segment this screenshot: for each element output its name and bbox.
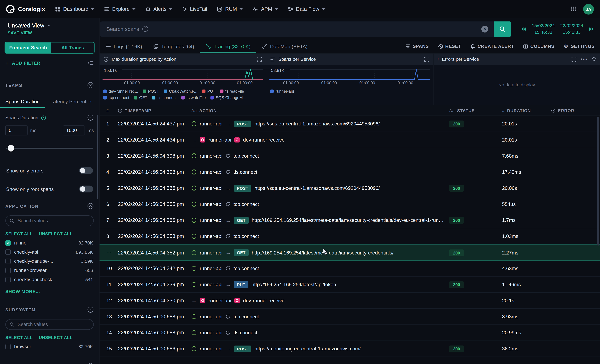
col-error[interactable]: ERROR [551,108,600,113]
checkbox[interactable] [5,277,11,282]
application-section-header[interactable]: APPLICATION [0,198,99,214]
table-row[interactable]: 722/02/2024 14:56:04.355 pmrunner-api→GE… [100,212,600,228]
col-status[interactable]: Aa STATUS [446,108,500,113]
filter-value-row[interactable]: runner-browser606 [0,266,99,275]
duration-slider[interactable] [6,145,93,151]
filter-value-row[interactable]: checkly-api-check541 [0,275,99,284]
table-row[interactable]: 1322/02/2024 14:56:00.688 pmrunner-apitc… [100,309,600,325]
chart-header[interactable]: Max duration grouped by Action [100,54,266,65]
teams-section-header[interactable]: TEAMS [0,77,99,93]
table-row[interactable]: 1122/02/2024 14:56:04.339 pmrunner-api→P… [100,277,600,293]
view-name-menu[interactable]: Unsaved View [8,22,91,29]
nav-alerts[interactable]: Alerts [145,6,172,12]
checkbox[interactable] [5,268,11,273]
show-only-root-spans-toggle[interactable] [79,186,93,192]
legend-item[interactable]: PUT [202,89,215,93]
service-section-header[interactable]: SERVICE [0,358,99,364]
legend-item[interactable]: SQS.ChangeM... [210,95,246,100]
tab-templates[interactable]: Templates (64) [148,39,200,53]
table-row[interactable]: 1422/02/2024 14:56:00.688 pmrunner-apitl… [100,325,600,341]
chevron-up-circle-icon[interactable] [87,307,94,313]
chevron-up-circle-icon[interactable] [87,363,94,364]
save-view-link[interactable]: SAVE VIEW [8,31,91,35]
chevron-up-circle-icon[interactable] [87,114,94,121]
legend-item[interactable]: POST [143,89,159,93]
select-all-link[interactable]: SELECT ALL [5,232,33,236]
focus-icon[interactable] [572,56,577,62]
rewind-icon[interactable] [520,27,526,31]
nav-dashboard[interactable]: Dashboard [55,6,94,12]
table-row[interactable]: 1222/02/2024 14:56:04.330 pm→runner-apid… [100,293,600,309]
table-row[interactable]: 322/02/2024 14:56:04.398 pmrunner-apitcp… [100,148,600,164]
col-duration[interactable]: # DURATION [500,108,551,113]
chevron-down-circle-icon[interactable] [87,82,94,88]
spans-search-input[interactable] [106,26,478,32]
reset-button[interactable]: RESET [438,44,461,49]
table-row[interactable]: 122/02/2024 14:56:24.437 pmrunner-api→PO… [100,116,600,132]
min-duration-input[interactable] [5,125,28,135]
collapse-charts-icon[interactable] [591,56,596,62]
legend-item[interactable]: tls.connect [152,95,177,100]
spans-search-field[interactable]: ? ✕ [100,21,494,37]
table-row[interactable]: 222/02/2024 14:56:24.434 pm→runner-apide… [100,132,600,148]
application-search[interactable] [5,215,94,226]
unselect-all-link[interactable]: UNSELECT ALL [39,335,73,340]
create-alert-button[interactable]: CREATE ALERT [470,44,514,49]
focus-icon[interactable] [257,56,262,62]
checkbox[interactable] [5,250,11,255]
row-actions-menu[interactable]: ⋯ [100,250,118,255]
checkbox[interactable] [5,344,11,349]
select-all-link[interactable]: SELECT ALL [5,335,33,340]
chart-header[interactable]: Spans per Service [266,54,433,65]
legend-item[interactable]: runner-api [270,89,294,93]
legend-item[interactable]: dev-runner rec... [103,89,138,93]
unselect-all-link[interactable]: UNSELECT ALL [39,232,73,236]
focus-icon[interactable] [424,56,429,62]
show-only-errors-toggle[interactable] [79,167,93,174]
clear-search-icon[interactable]: ✕ [481,26,488,32]
nav-livetail[interactable]: LiveTail [182,6,207,12]
spans-duration-header[interactable]: Spans Duration [0,108,99,124]
filter-value-row[interactable]: checkly-danube-...3.59K [0,257,99,266]
columns-button[interactable]: COLUMNS [523,44,554,49]
nav-apm[interactable]: APM [253,6,278,12]
legend-item[interactable]: CloudWatch.P... [164,89,197,93]
tab-spans-duration[interactable]: Spans Duration [0,95,45,108]
col-timestamp[interactable]: TIMESTAMP [118,108,191,113]
search-button[interactable] [494,21,511,37]
legend-item[interactable]: fs writeFile [181,95,206,100]
filter-value-row[interactable]: runner82.70K [0,238,99,248]
max-duration-input[interactable] [63,125,85,135]
table-row[interactable]: 422/02/2024 14:56:04.398 pmrunner-apitls… [100,164,600,180]
apps-grid-icon[interactable] [571,6,576,12]
sidebar-scrollbar[interactable] [97,115,98,199]
col-number[interactable]: # [100,108,118,113]
table-row[interactable]: ⋯22/02/2024 14:56:04.352 pmrunner-api→GE… [100,244,600,261]
spans-view-button[interactable]: SPANS [405,44,429,49]
checkbox[interactable] [5,240,11,246]
legend-item[interactable]: fs readFile [220,89,244,93]
nav-explore[interactable]: Explore [104,6,135,12]
collapse-filters-icon[interactable] [88,60,94,65]
frequent-search-button[interactable]: Frequent Search [5,43,51,53]
legend-item[interactable]: GET [134,95,147,100]
slider-track[interactable] [6,148,93,149]
table-row[interactable]: 522/02/2024 14:56:04.366 pmrunner-api→PO… [100,180,600,196]
slider-handle[interactable] [8,145,14,151]
nav-rum[interactable]: RUM [217,6,243,12]
col-action[interactable]: Aa ACTION [191,108,446,113]
table-row[interactable]: 1522/02/2024 14:56:00.686 pmrunner-api→P… [100,341,600,357]
range-start[interactable]: 15/02/2024 15:46:33 [532,22,555,35]
chevron-up-circle-icon[interactable] [87,203,94,209]
help-question-icon[interactable]: ? [142,26,148,32]
application-search-input[interactable] [17,218,90,224]
chart-header[interactable]: ! Errors per Service ••• [433,54,600,65]
brand[interactable]: Coralogix [6,5,45,13]
range-end[interactable]: 22/02/2024 15:46:33 [560,22,583,35]
table-scrollbar[interactable] [597,117,599,246]
legend-item[interactable]: tcp.connect [103,95,129,100]
tab-logs[interactable]: Logs (1.16K) [100,39,148,53]
all-traces-button[interactable]: All Traces [51,43,94,53]
filter-value-row[interactable]: browser82.70K [0,342,99,351]
tab-tracing[interactable]: Tracing (82.70K) [200,39,256,53]
